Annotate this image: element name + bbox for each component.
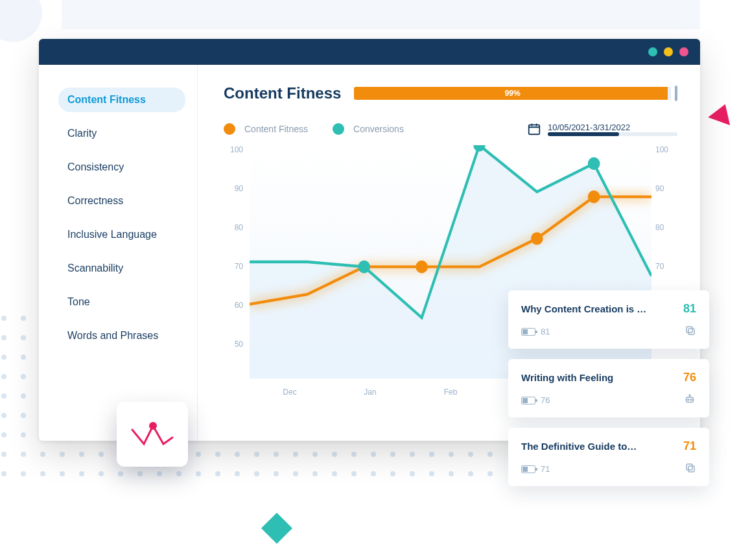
y-axis-left: 100 90 80 70 60 50 bbox=[224, 145, 250, 379]
sidebar-item-inclusive-language[interactable]: Inclusive Language bbox=[58, 222, 185, 247]
date-range-underline-icon bbox=[548, 132, 677, 136]
svg-point-3 bbox=[416, 261, 428, 274]
legend-label-content-fitness: Content Fitness bbox=[244, 124, 308, 134]
progress-end-marker-icon bbox=[675, 86, 677, 101]
content-card-score: 81 bbox=[683, 302, 696, 316]
svg-point-17 bbox=[149, 422, 157, 430]
bg-strip bbox=[62, 0, 700, 29]
chart-legend: Content Fitness Conversions 10/05/2021-3… bbox=[224, 122, 677, 136]
content-card-subscore: 81 bbox=[541, 327, 550, 336]
content-card-subscore: 76 bbox=[541, 395, 550, 405]
svg-point-6 bbox=[358, 261, 370, 274]
content-card[interactable]: Why Content Creation is … 81 81 bbox=[508, 290, 709, 349]
sidebar-item-consistency[interactable]: Consistency bbox=[58, 155, 185, 180]
content-card-title: Writing with Feeling bbox=[521, 372, 613, 383]
sidebar-item-content-fitness[interactable]: Content Fitness bbox=[58, 88, 185, 112]
svg-rect-16 bbox=[686, 464, 692, 470]
svg-point-8 bbox=[588, 158, 600, 170]
battery-icon bbox=[521, 465, 535, 473]
content-card-title: The Definitive Guide to… bbox=[521, 441, 637, 452]
window-dot-green-icon bbox=[648, 47, 657, 56]
battery-icon bbox=[521, 328, 535, 336]
window-dot-yellow-icon bbox=[664, 47, 673, 56]
window-dot-pink-icon bbox=[679, 47, 688, 56]
svg-point-13 bbox=[690, 399, 692, 401]
bg-circle bbox=[0, 0, 42, 42]
svg-rect-2 bbox=[529, 125, 540, 135]
copy-icon[interactable] bbox=[685, 325, 696, 338]
page-title: Content Fitness bbox=[224, 84, 341, 102]
svg-point-5 bbox=[588, 191, 600, 204]
robot-icon[interactable] bbox=[683, 393, 696, 407]
svg-point-4 bbox=[531, 232, 543, 245]
sidebar: Content Fitness Clarity Consistency Corr… bbox=[39, 65, 198, 441]
svg-point-14 bbox=[689, 395, 690, 396]
sidebar-item-scannability[interactable]: Scannability bbox=[58, 256, 185, 281]
triangle-decoration-icon bbox=[708, 100, 736, 126]
content-cards-panel: Why Content Creation is … 81 81 Writing … bbox=[508, 290, 709, 486]
content-card-score: 76 bbox=[683, 371, 696, 384]
content-card[interactable]: The Definitive Guide to… 71 71 bbox=[508, 428, 709, 486]
sparkline-icon bbox=[130, 418, 175, 450]
legend-dot-conversions-icon bbox=[333, 123, 344, 135]
svg-rect-9 bbox=[688, 329, 694, 334]
progress-bar: 99% bbox=[354, 86, 677, 101]
sidebar-item-clarity[interactable]: Clarity bbox=[58, 121, 185, 146]
progress-label: 99% bbox=[354, 87, 671, 100]
sidebar-item-words-and-phrases[interactable]: Words and Phrases bbox=[58, 323, 185, 348]
content-card[interactable]: Writing with Feeling 76 76 bbox=[508, 359, 709, 417]
date-range-picker[interactable]: 10/05/2021-3/31/2022 bbox=[527, 122, 677, 136]
legend-label-conversions: Conversions bbox=[353, 124, 404, 134]
svg-rect-10 bbox=[686, 327, 692, 332]
sparkline-card bbox=[117, 402, 188, 467]
diamond-decoration-icon bbox=[261, 513, 292, 544]
sidebar-item-correctness[interactable]: Correctness bbox=[58, 189, 185, 213]
svg-rect-15 bbox=[688, 466, 694, 472]
svg-point-12 bbox=[688, 399, 689, 401]
content-card-subscore: 71 bbox=[541, 464, 550, 474]
window-titlebar bbox=[39, 39, 700, 65]
date-range-text: 10/05/2021-3/31/2022 bbox=[548, 122, 677, 132]
content-card-score: 71 bbox=[683, 439, 696, 453]
legend-dot-content-fitness-icon bbox=[224, 123, 235, 135]
content-card-title: Why Content Creation is … bbox=[521, 303, 646, 314]
calendar-icon bbox=[527, 122, 541, 136]
copy-icon[interactable] bbox=[685, 462, 696, 476]
battery-icon bbox=[521, 397, 535, 404]
sidebar-item-tone[interactable]: Tone bbox=[58, 290, 185, 314]
